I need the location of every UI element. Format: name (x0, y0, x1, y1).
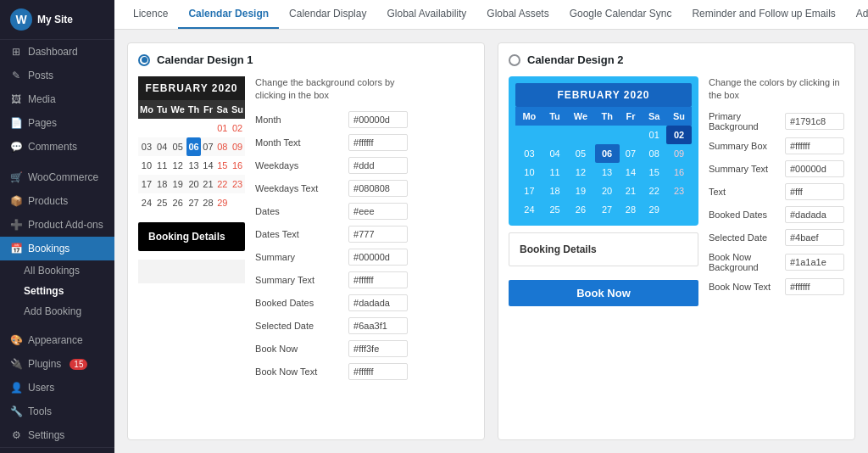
cal-cell[interactable] (515, 126, 543, 144)
color-input-book-now-text[interactable] (348, 363, 408, 380)
cal-cell[interactable]: 17 (515, 182, 543, 200)
cal-cell[interactable] (186, 119, 201, 137)
color-input-dates-text[interactable] (348, 226, 408, 243)
cal-cell[interactable]: 22 (215, 175, 230, 193)
cal-cell[interactable] (543, 126, 566, 144)
cal-cell[interactable]: 16 (230, 156, 245, 175)
sidebar-item-bookings[interactable]: 📅 Bookings (0, 237, 114, 260)
color-input-booked-dates[interactable] (348, 294, 408, 311)
d2-color-input-book-now-bg[interactable] (785, 254, 844, 271)
sidebar-item-dashboard[interactable]: ⊞ Dashboard (0, 40, 114, 64)
tab-reminder[interactable]: Reminder and Follow up Emails (682, 0, 845, 29)
cal-cell[interactable] (666, 200, 692, 219)
cal-cell[interactable]: 03 (515, 144, 543, 163)
sidebar-item-posts[interactable]: ✎ Posts (0, 64, 114, 87)
cal-cell[interactable]: 27 (595, 200, 620, 219)
sidebar-item-plugins[interactable]: 🔌 Plugins 15 (0, 352, 114, 376)
cal-cell[interactable]: 17 (138, 175, 155, 193)
cal-cell[interactable] (201, 119, 214, 137)
cal-cell[interactable]: 13 (595, 163, 620, 182)
cal-cell[interactable]: 05 (170, 137, 186, 156)
cal-cell[interactable]: 23 (666, 182, 692, 200)
sidebar-item-users[interactable]: 👤 Users (0, 376, 114, 400)
d2-color-input-book-now-text[interactable] (785, 278, 844, 295)
color-input-month-text[interactable] (348, 134, 408, 151)
tab-global-assets[interactable]: Global Assets (476, 0, 559, 29)
cal-cell[interactable]: 13 (186, 156, 201, 175)
design2-radio[interactable] (509, 54, 520, 66)
cal-cell[interactable]: 20 (595, 182, 620, 200)
sidebar-item-products[interactable]: 📦 Products (0, 189, 114, 213)
cal-cell[interactable]: 07 (620, 144, 643, 163)
cal-cell[interactable]: 24 (515, 200, 543, 219)
color-input-month[interactable] (348, 111, 408, 128)
d2-color-input-selected-date[interactable] (785, 229, 844, 246)
tab-calendar-design[interactable]: Calendar Design (178, 0, 279, 29)
cal-cell[interactable]: 08 (642, 144, 666, 163)
tab-google-calendar-sync[interactable]: Google Calendar Sync (559, 0, 682, 29)
cal-cell[interactable] (595, 126, 620, 144)
cal-cell[interactable]: 20 (186, 175, 201, 193)
color-input-weekdays-text[interactable] (348, 180, 408, 197)
design1-radio[interactable] (138, 54, 150, 66)
cal-cell[interactable] (138, 119, 155, 137)
cal-cell[interactable]: 26 (170, 193, 186, 212)
d2-color-input-summary-box[interactable] (785, 137, 844, 154)
cal-cell[interactable]: 04 (155, 137, 170, 156)
cal-cell[interactable]: 15 (642, 163, 666, 182)
color-input-weekdays[interactable] (348, 157, 408, 174)
cal-cell[interactable]: 11 (543, 163, 566, 182)
cal-cell[interactable]: 11 (155, 156, 170, 175)
cal-cell-selected[interactable]: 06 (186, 137, 201, 156)
cal-cell[interactable]: 15 (215, 156, 230, 175)
sidebar-item-woocommerce[interactable]: 🛒 WooCommerce (0, 165, 114, 189)
cal-cell[interactable]: 16 (666, 163, 692, 182)
book-now-button-2[interactable]: Book Now (509, 280, 698, 306)
cal-cell[interactable] (566, 126, 595, 144)
color-input-summary[interactable] (348, 249, 408, 266)
cal-cell[interactable]: 07 (201, 137, 214, 156)
cal-cell[interactable]: 27 (186, 193, 201, 212)
cal-cell[interactable]: 21 (201, 175, 214, 193)
sidebar-item-settings[interactable]: ⚙ Settings (0, 423, 114, 447)
color-input-dates[interactable] (348, 203, 408, 220)
tab-calendar-display[interactable]: Calendar Display (279, 0, 376, 29)
cal-cell[interactable]: 28 (620, 200, 643, 219)
sidebar-item-product-addons[interactable]: ➕ Product Add-ons (0, 213, 114, 237)
sidebar-sub-settings[interactable]: Settings (0, 281, 114, 301)
cal-cell[interactable]: 18 (543, 182, 566, 200)
d2-color-input-booked-dates[interactable] (785, 206, 844, 223)
cal-cell[interactable] (170, 119, 186, 137)
color-input-book-now[interactable] (348, 340, 408, 357)
cal-cell[interactable]: 02 (230, 119, 245, 137)
cal-cell[interactable]: 05 (566, 144, 595, 163)
color-input-selected-date[interactable] (348, 317, 408, 334)
cal-cell[interactable]: 04 (543, 144, 566, 163)
cal-cell[interactable]: 19 (566, 182, 595, 200)
cal-cell[interactable]: 21 (620, 182, 643, 200)
cal-cell[interactable]: 09 (666, 144, 692, 163)
cal-cell[interactable] (230, 193, 245, 212)
cal-cell[interactable]: 01 (642, 126, 666, 144)
sidebar-item-tools[interactable]: 🔧 Tools (0, 400, 114, 423)
sidebar-sub-add-booking[interactable]: Add Booking (0, 301, 114, 322)
cal-cell[interactable]: 10 (138, 156, 155, 175)
sidebar-item-appearance[interactable]: 🎨 Appearance (0, 328, 114, 352)
color-input-summary-text[interactable] (348, 271, 408, 288)
d2-color-input-text[interactable] (785, 183, 844, 200)
d2-color-input-primary-bg[interactable] (785, 113, 844, 130)
sidebar-sub-all-bookings[interactable]: All Bookings (0, 260, 114, 281)
cal-cell-selected2[interactable]: 06 (595, 144, 620, 163)
cal-cell[interactable]: 08 (215, 137, 230, 156)
cal-cell[interactable]: 25 (543, 200, 566, 219)
cal-cell[interactable]: 18 (155, 175, 170, 193)
sidebar-item-pages[interactable]: 📄 Pages (0, 111, 114, 135)
tab-addons[interactable]: Add-Ons (846, 0, 868, 29)
sidebar-item-media[interactable]: 🖼 Media (0, 87, 114, 111)
cal-cell[interactable]: 01 (215, 119, 230, 137)
cal-cell[interactable]: 12 (566, 163, 595, 182)
cal-cell[interactable]: 10 (515, 163, 543, 182)
cal-cell[interactable]: 26 (566, 200, 595, 219)
cal-cell[interactable]: 29 (215, 193, 230, 212)
cal-cell[interactable]: 03 (138, 137, 155, 156)
